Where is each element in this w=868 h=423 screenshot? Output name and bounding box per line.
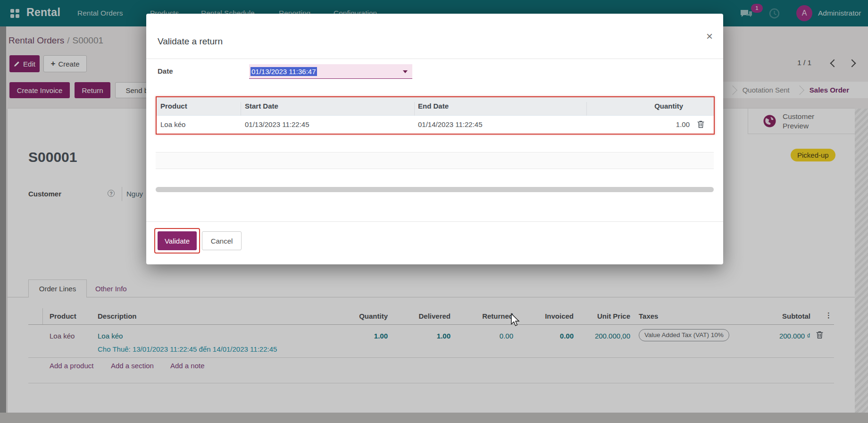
modal-header-divider bbox=[146, 59, 723, 59]
return-col-product[interactable]: Product bbox=[160, 102, 187, 110]
return-table-header: Product Start Date End Date Quantity bbox=[157, 97, 714, 116]
return-row-product: Loa kéo bbox=[160, 120, 185, 128]
return-row-end-date: 01/14/2023 11:22:45 bbox=[418, 120, 483, 128]
mouse-cursor bbox=[510, 313, 521, 327]
horizontal-scrollbar[interactable] bbox=[156, 187, 714, 192]
empty-list-stripe bbox=[156, 152, 714, 169]
cancel-button[interactable]: Cancel bbox=[202, 231, 242, 250]
return-col-quantity[interactable]: Quantity bbox=[654, 102, 683, 110]
modal-title: Validate a return bbox=[158, 36, 223, 47]
return-table-row[interactable]: Loa kéo 01/13/2023 11:22:45 01/14/2023 1… bbox=[157, 116, 714, 134]
return-row-quantity: 1.00 bbox=[676, 120, 690, 128]
modal-close-icon[interactable]: × bbox=[706, 31, 713, 42]
date-field-input[interactable]: 01/13/2023 11:36:47 bbox=[249, 64, 412, 79]
date-dropdown-caret-icon[interactable] bbox=[403, 70, 408, 73]
return-col-end-date[interactable]: End Date bbox=[418, 102, 449, 110]
validate-return-modal: Validate a return × Date 01/13/2023 11:3… bbox=[146, 14, 723, 264]
return-row-start-date: 01/13/2023 11:22:45 bbox=[245, 120, 309, 128]
date-field-label: Date bbox=[158, 67, 173, 75]
return-col-start-date[interactable]: Start Date bbox=[245, 102, 278, 110]
return-lines-table: Product Start Date End Date Quantity Loa… bbox=[156, 96, 715, 135]
modal-footer-divider bbox=[146, 221, 723, 222]
validate-button[interactable]: Validate bbox=[158, 231, 197, 250]
date-field-selected-text: 01/13/2023 11:36:47 bbox=[250, 67, 317, 76]
return-row-delete-trash-icon[interactable] bbox=[697, 120, 704, 128]
app-window: Rental Rental Orders Products Rental Sch… bbox=[0, 0, 868, 423]
